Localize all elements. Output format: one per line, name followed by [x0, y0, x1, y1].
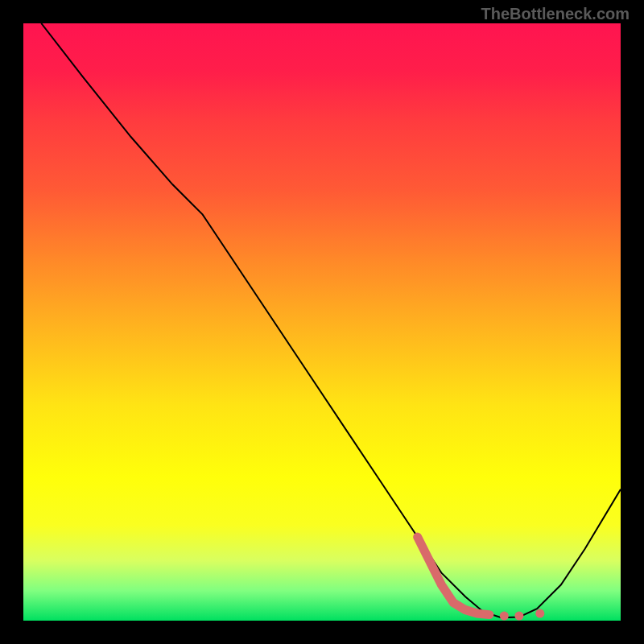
- highlight-dot: [535, 609, 544, 618]
- highlight-dot: [514, 612, 523, 621]
- highlight-segment: [418, 537, 489, 615]
- watermark-text: TheBottleneck.com: [481, 5, 630, 23]
- chart-svg: [23, 23, 621, 621]
- bottleneck-curve: [41, 23, 621, 617]
- plot-area: [23, 23, 621, 621]
- highlight-dot: [500, 612, 509, 621]
- highlight-dots-group: [500, 609, 545, 621]
